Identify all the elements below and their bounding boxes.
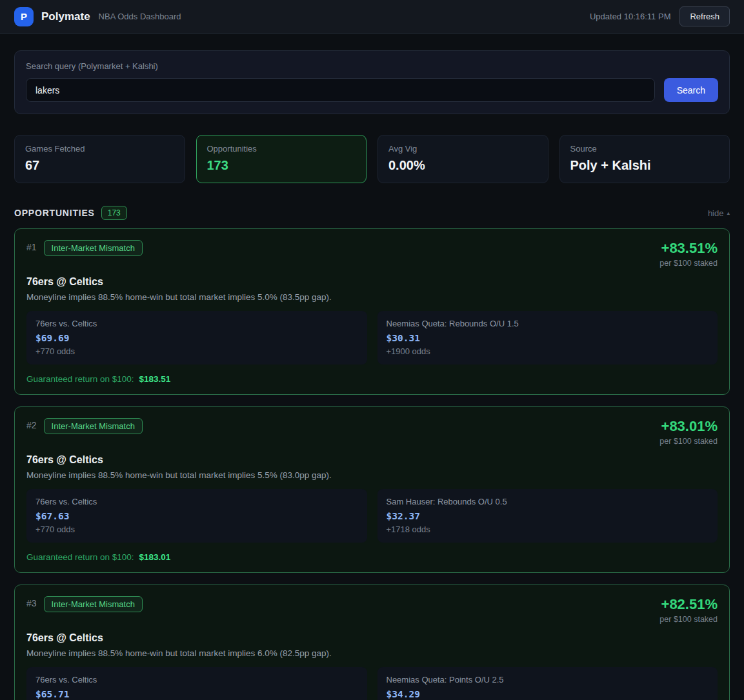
search-row: Search [26, 78, 718, 102]
opportunities-count-badge: 173 [101, 206, 127, 220]
opportunity-return: +82.51% per $100 staked [659, 596, 718, 624]
stat-label: Opportunities [207, 144, 356, 154]
opportunity-description: Moneyline implies 88.5% home-win but tot… [26, 292, 718, 302]
guaranteed-label: Guaranteed return on $100: [26, 552, 134, 562]
per-stake-label: per $100 staked [659, 259, 718, 268]
chevron-up-icon: ▴ [727, 210, 730, 216]
leg-odds: +770 odds [35, 525, 358, 534]
leg-odds: +1718 odds [387, 525, 709, 534]
matchup-title: 76ers @ Celtics [26, 632, 718, 644]
hide-toggle[interactable]: hide ▴ [708, 208, 730, 218]
leg-price: $32.37 [387, 511, 709, 521]
stat-card-avg-vig: Avg Vig 0.00% [377, 135, 548, 183]
opportunity-card: #1 Inter-Market Mismatch +83.51% per $10… [14, 228, 730, 395]
leg-market: 76ers vs. Celtics [35, 675, 358, 685]
stat-value: 173 [207, 158, 356, 173]
leg-card: Sam Hauser: Rebounds O/U 0.5 $32.37 +171… [377, 489, 718, 543]
leg-market: 76ers vs. Celtics [35, 497, 358, 506]
leg-price: $67.63 [35, 511, 358, 521]
stat-card-games-fetched: Games Fetched 67 [14, 135, 185, 183]
opportunity-card-top: #3 Inter-Market Mismatch +82.51% per $10… [26, 596, 718, 624]
opportunity-card: #2 Inter-Market Mismatch +83.01% per $10… [14, 406, 730, 573]
search-button[interactable]: Search [664, 78, 718, 102]
stat-label: Avg Vig [388, 144, 538, 154]
opportunity-rank: #2 [26, 418, 37, 430]
leg-price: $34.29 [387, 689, 709, 699]
stat-value: 0.00% [388, 158, 538, 173]
opportunity-return: +83.01% per $100 staked [659, 418, 718, 446]
opportunities-list: #1 Inter-Market Mismatch +83.51% per $10… [14, 228, 730, 700]
opportunity-card: #3 Inter-Market Mismatch +82.51% per $10… [14, 585, 730, 700]
per-stake-label: per $100 staked [659, 437, 718, 446]
guaranteed-value: $183.51 [139, 374, 170, 384]
opportunity-type-badge: Inter-Market Mismatch [44, 240, 143, 256]
header-right: Updated 10:16:11 PM Refresh [590, 6, 730, 26]
opportunity-return: +83.51% per $100 staked [659, 240, 718, 268]
leg-price: $30.31 [387, 333, 709, 343]
per-stake-label: per $100 staked [659, 615, 718, 624]
opportunity-type-badge: Inter-Market Mismatch [44, 418, 143, 434]
leg-card: Neemias Queta: Points O/U 2.5 $34.29 +15… [377, 667, 718, 700]
opportunity-type-badge: Inter-Market Mismatch [44, 596, 143, 612]
opportunity-rank: #1 [26, 240, 37, 252]
legs-row: 76ers vs. Celtics $65.71 +770 odds Neemi… [26, 667, 718, 700]
leg-card: 76ers vs. Celtics $69.69 +770 odds [26, 311, 367, 365]
hide-label: hide [708, 208, 724, 218]
stat-value: 67 [25, 158, 174, 173]
search-panel: Search query (Polymarket + Kalshi) Searc… [14, 50, 730, 114]
leg-card: 76ers vs. Celtics $67.63 +770 odds [26, 489, 367, 543]
search-input[interactable] [26, 78, 655, 102]
app-subtitle: NBA Odds Dashboard [99, 12, 181, 21]
leg-market: 76ers vs. Celtics [35, 319, 358, 328]
guaranteed-label: Guaranteed return on $100: [26, 374, 134, 384]
leg-market: Neemias Queta: Rebounds O/U 1.5 [387, 319, 709, 328]
stats-row: Games Fetched 67 Opportunities 173 Avg V… [14, 135, 730, 183]
opportunity-description: Moneyline implies 88.5% home-win but tot… [26, 648, 718, 658]
logo-letter: P [21, 11, 27, 22]
section-title: OPPORTUNITIES [14, 208, 95, 218]
return-percentage: +83.01% [659, 418, 718, 435]
leg-price: $65.71 [35, 689, 358, 699]
guaranteed-return: Guaranteed return on $100: $183.51 [26, 374, 718, 384]
app-name: Polymate [41, 10, 90, 23]
opportunity-rank: #3 [26, 596, 37, 608]
refresh-button[interactable]: Refresh [679, 6, 730, 26]
leg-market: Sam Hauser: Rebounds O/U 0.5 [387, 497, 709, 506]
stat-card-source: Source Poly + Kalshi [559, 135, 730, 183]
app-logo: P [14, 7, 34, 26]
leg-card: 76ers vs. Celtics $65.71 +770 odds [26, 667, 367, 700]
search-label: Search query (Polymarket + Kalshi) [26, 61, 718, 71]
legs-row: 76ers vs. Celtics $69.69 +770 odds Neemi… [26, 311, 718, 365]
app-header: P Polymate NBA Odds Dashboard Updated 10… [0, 0, 744, 34]
return-percentage: +82.51% [659, 596, 718, 613]
stat-label: Source [570, 144, 719, 154]
guaranteed-return: Guaranteed return on $100: $183.01 [26, 552, 718, 562]
stat-value: Poly + Kalshi [570, 158, 719, 173]
stat-card-opportunities: Opportunities 173 [196, 135, 367, 183]
opportunity-card-top: #2 Inter-Market Mismatch +83.01% per $10… [26, 418, 718, 446]
leg-odds: +1900 odds [387, 346, 709, 356]
matchup-title: 76ers @ Celtics [26, 454, 718, 466]
leg-price: $69.69 [35, 333, 358, 343]
opportunities-section-header: OPPORTUNITIES 173 hide ▴ [14, 206, 730, 220]
guaranteed-value: $183.01 [139, 552, 170, 562]
updated-timestamp: Updated 10:16:11 PM [590, 12, 671, 21]
stat-label: Games Fetched [25, 144, 174, 154]
leg-odds: +770 odds [35, 346, 358, 356]
leg-market: Neemias Queta: Points O/U 2.5 [387, 675, 709, 685]
matchup-title: 76ers @ Celtics [26, 276, 718, 288]
legs-row: 76ers vs. Celtics $67.63 +770 odds Sam H… [26, 489, 718, 543]
opportunity-card-top: #1 Inter-Market Mismatch +83.51% per $10… [26, 240, 718, 268]
return-percentage: +83.51% [659, 240, 718, 257]
leg-card: Neemias Queta: Rebounds O/U 1.5 $30.31 +… [377, 311, 718, 365]
opportunity-description: Moneyline implies 88.5% home-win but tot… [26, 470, 718, 480]
